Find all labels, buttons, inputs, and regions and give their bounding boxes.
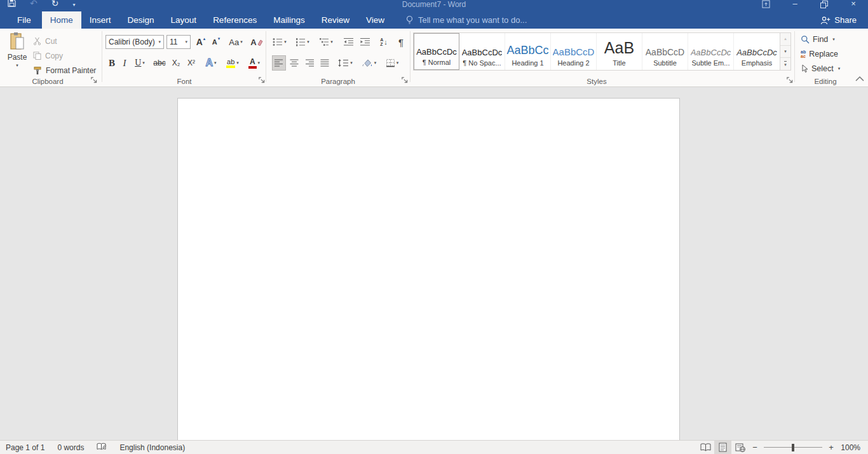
font-name-value: Calibri (Body) — [109, 38, 155, 46]
document-page[interactable] — [177, 98, 680, 440]
subscript-button[interactable]: X₂ — [169, 55, 183, 71]
change-case-button[interactable]: Aa▾ — [226, 35, 245, 49]
replace-button[interactable]: ab ac Replace — [801, 48, 838, 60]
decrease-indent-button[interactable] — [341, 35, 356, 49]
ribbon-display-options-button[interactable] — [751, 0, 780, 11]
tab-references[interactable]: References — [205, 11, 265, 29]
print-layout-button[interactable] — [714, 441, 731, 454]
close-icon: × — [851, 0, 856, 8]
styles-more-button[interactable]: ▾ — [780, 58, 790, 70]
style-normal[interactable]: AaBbCcDc ¶ Normal — [414, 33, 459, 70]
select-button[interactable]: Select ▾ — [801, 62, 840, 75]
zoom-out-button[interactable]: − — [749, 443, 761, 452]
styles-scroll-up-button[interactable]: ▴ — [780, 33, 790, 46]
copy-button[interactable]: Copy — [33, 50, 63, 62]
style-name: Emphasis — [742, 59, 772, 67]
italic-button[interactable]: I — [119, 55, 130, 71]
font-size-combo[interactable]: 11 ▾ — [166, 35, 191, 49]
styles-gallery: AaBbCcDc ¶ Normal AaBbCcDc ¶ No Spac... … — [413, 32, 780, 71]
minimize-button[interactable]: – — [780, 0, 810, 11]
bullets-button[interactable]: ▾ — [271, 35, 288, 49]
tab-insert[interactable]: Insert — [81, 11, 119, 29]
chevron-down-icon: ▾ — [350, 60, 353, 65]
highlight-button[interactable]: ab▾ — [222, 55, 243, 71]
bold-button[interactable]: B — [105, 55, 118, 71]
styles-scroll-down-button[interactable]: ▾ — [780, 46, 790, 58]
zoom-level[interactable]: 100% — [837, 443, 868, 452]
tab-view[interactable]: View — [358, 11, 393, 29]
paragraph-dialog-launcher[interactable] — [401, 76, 409, 84]
grow-font-button[interactable]: A▴ — [194, 35, 208, 49]
close-button[interactable]: × — [839, 0, 868, 11]
shading-button[interactable]: ▾ — [360, 55, 379, 71]
web-layout-button[interactable] — [731, 441, 749, 454]
collapse-ribbon-button[interactable] — [855, 75, 865, 83]
zoom-slider-thumb[interactable] — [792, 444, 794, 451]
language-indicator[interactable]: English (Indonesia) — [119, 443, 185, 452]
replace-label: Replace — [809, 50, 838, 58]
minimize-icon: – — [792, 0, 797, 8]
restore-button[interactable] — [810, 0, 839, 11]
style-preview: AaBbCc — [506, 44, 548, 57]
style-heading2[interactable]: AaBbCcD Heading 2 — [551, 33, 597, 70]
style-title[interactable]: AaB Title — [597, 33, 642, 70]
strikethrough-button[interactable]: abc — [151, 55, 168, 71]
cut-button[interactable]: Cut — [33, 35, 57, 47]
read-mode-button[interactable] — [697, 441, 714, 454]
page-indicator[interactable]: Page 1 of 1 — [6, 443, 44, 452]
tab-review[interactable]: Review — [313, 11, 358, 29]
clipboard-group-label: Clipboard — [0, 78, 95, 85]
find-button[interactable]: Find ▾ — [801, 33, 835, 46]
word-window: ↶ ↻ ▾ Document7 - Word – × File Home Ins… — [0, 0, 868, 454]
cut-icon — [33, 37, 41, 45]
line-spacing-button[interactable]: ▾ — [336, 55, 355, 71]
style-heading1[interactable]: AaBbCc Heading 1 — [505, 33, 551, 70]
underline-button[interactable]: U▾ — [131, 55, 149, 71]
tab-mailings[interactable]: Mailings — [265, 11, 313, 29]
multilevel-list-button[interactable]: ▾ — [316, 35, 336, 49]
font-color-button[interactable]: A▾ — [245, 55, 263, 71]
style-subtle-emphasis[interactable]: AaBbCcDc Subtle Em... — [688, 33, 734, 70]
align-center-button[interactable] — [287, 55, 301, 71]
style-emphasis[interactable]: AaBbCcDc Emphasis — [734, 33, 780, 70]
style-subtitle[interactable]: AaBbCcD Subtitle — [642, 33, 688, 70]
shrink-font-button[interactable]: A▾ — [209, 35, 223, 49]
read-mode-icon — [700, 443, 711, 451]
styles-gallery-scrollbar: ▴ ▾ ▾ — [780, 32, 791, 71]
align-right-button[interactable] — [302, 55, 316, 71]
style-no-spacing[interactable]: AaBbCcDc ¶ No Spac... — [459, 33, 505, 70]
tab-home[interactable]: Home — [42, 11, 81, 29]
format-painter-label: Format Painter — [46, 66, 96, 75]
multilevel-list-icon — [319, 38, 329, 46]
zoom-slider[interactable] — [764, 443, 822, 452]
chevron-down-icon: ▾ — [838, 66, 841, 71]
borders-button[interactable]: ▾ — [383, 55, 402, 71]
text-effects-button[interactable]: A▾ — [202, 55, 220, 71]
format-painter-button[interactable]: Format Painter — [33, 64, 96, 76]
increase-indent-button[interactable] — [357, 35, 372, 49]
zoom-in-button[interactable]: + — [825, 443, 837, 452]
strikethrough-label: abc — [153, 58, 165, 67]
tab-layout[interactable]: Layout — [163, 11, 205, 29]
font-name-combo[interactable]: Calibri (Body) ▾ — [105, 35, 164, 49]
superscript-button[interactable]: X² — [184, 55, 198, 71]
numbering-button[interactable]: ▾ — [294, 35, 311, 49]
font-group-label: Font — [105, 78, 263, 85]
justify-button[interactable] — [318, 55, 332, 71]
align-left-button[interactable] — [272, 55, 286, 71]
clear-formatting-button[interactable]: A — [249, 35, 264, 49]
font-dialog-launcher[interactable] — [258, 76, 266, 84]
styles-dialog-launcher[interactable] — [786, 76, 794, 84]
word-count[interactable]: 0 words — [57, 443, 84, 452]
proofing-status-button[interactable] — [97, 443, 107, 453]
share-button[interactable]: Share — [815, 11, 862, 29]
paste-dropdown-caret-icon[interactable]: ▾ — [16, 63, 18, 68]
tab-file[interactable]: File — [6, 11, 42, 29]
paste-button[interactable]: Paste ▾ — [4, 32, 31, 80]
chevron-down-icon: ▾ — [374, 60, 377, 65]
tell-me-box[interactable]: Tell me what you want to do... — [405, 11, 527, 29]
sort-button[interactable]: AZ ↓ — [376, 35, 391, 49]
show-formatting-marks-button[interactable]: ¶ — [394, 35, 408, 49]
tab-design[interactable]: Design — [119, 11, 163, 29]
clipboard-dialog-launcher[interactable] — [90, 76, 98, 84]
